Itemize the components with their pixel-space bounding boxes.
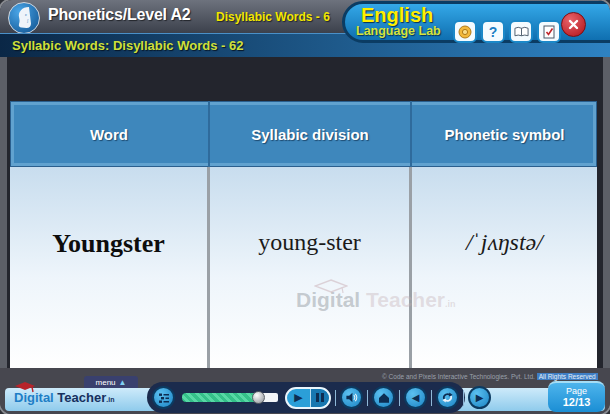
copyright-text: © Code and Pixels Interactive Technologi… [382, 373, 598, 380]
test-checklist-icon [543, 25, 556, 39]
page-value: 12/13 [548, 396, 605, 408]
audio-button[interactable] [453, 20, 477, 43]
table-row: Youngster young-ster /ˈjʌŋstə/ [10, 167, 597, 368]
audio-icon [458, 25, 472, 39]
cell-phonetic-symbol: /ˈjʌŋstə/ [412, 167, 597, 368]
home-icon [378, 392, 390, 404]
lesson-badge: Disyllabic Words - 6 [216, 10, 330, 24]
column-header-phonetic-symbol: Phonetic symbol [412, 101, 597, 167]
speaker-icon [345, 391, 358, 404]
help-icon: ? [489, 25, 498, 39]
close-button[interactable] [561, 12, 586, 37]
divider [399, 390, 400, 406]
divider [367, 390, 368, 406]
rights-reserved: All Rights Reserved [537, 373, 598, 380]
previous-button[interactable]: ◀ [404, 386, 427, 409]
book-icon [514, 26, 529, 38]
previous-icon: ◀ [412, 393, 420, 403]
home-button[interactable] [372, 386, 395, 409]
page-indicator: Page 12/13 [548, 381, 605, 412]
logo-teacher: Teacher [57, 390, 106, 405]
pause-icon [310, 389, 329, 407]
next-icon: ▶ [476, 393, 484, 403]
syllable-table: Word Syllabic division Phonetic symbol Y… [10, 101, 597, 368]
seek-handle[interactable] [252, 391, 265, 404]
playlist-icon [158, 392, 170, 404]
cell-word: Youngster [10, 167, 210, 368]
play-icon: ▶ [287, 391, 310, 404]
column-header-syllabic-division: Syllabic division [210, 101, 412, 167]
volume-button[interactable] [340, 386, 363, 409]
playlist-button[interactable] [152, 386, 175, 409]
brand-subtitle: Language Lab [356, 24, 441, 38]
seek-progress [182, 393, 258, 402]
playback-controls: ▶ ◀ [147, 382, 465, 413]
table-header-row: Word Syllabic division Phonetic symbol [10, 101, 597, 167]
logo-graduation-cap-icon [14, 381, 36, 396]
app-window: ɛ ʃ Phonetics/Level A2 Disyllabic Words … [0, 0, 610, 414]
brand-panel: English Language Lab ? [342, 1, 610, 43]
phonetics-face-icon: ɛ ʃ [8, 2, 40, 34]
play-pause-button[interactable]: ▶ [285, 387, 331, 409]
topic-title: Syllabic Words: Disyllabic Words - 62 [12, 38, 243, 53]
replay-icon [441, 391, 454, 404]
column-header-word: Word [10, 101, 210, 167]
menu-label: menu [96, 379, 116, 387]
divider [431, 390, 432, 406]
help-button[interactable]: ? [481, 20, 505, 43]
page-label: Page [548, 386, 605, 396]
page-title: Phonetics/Level A2 [48, 6, 191, 24]
test-button[interactable] [537, 20, 561, 43]
glossary-button[interactable] [509, 20, 533, 43]
divider [335, 390, 336, 406]
svg-text:ɛ: ɛ [25, 12, 27, 17]
replay-button[interactable] [436, 386, 459, 409]
cell-syllabic-division: young-ster [210, 167, 412, 368]
player-footer: © Code and Pixels Interactive Technologi… [0, 368, 610, 414]
divider [463, 390, 464, 406]
close-icon [568, 19, 579, 30]
seek-bar[interactable] [182, 393, 278, 402]
next-button[interactable]: ▶ [468, 386, 491, 409]
menu-up-arrow-icon: ▲ [119, 379, 127, 387]
copyright-line: © Code and Pixels Interactive Technologi… [382, 373, 535, 380]
logo-suffix: .in [106, 396, 114, 403]
digital-teacher-logo: Digital Teacher.in [14, 390, 114, 405]
